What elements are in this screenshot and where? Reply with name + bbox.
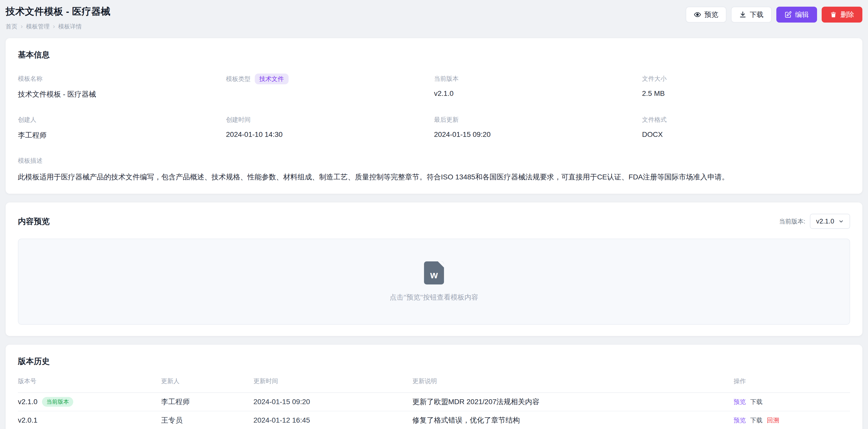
field-label: 模板类型 技术文件 (226, 74, 434, 84)
chevron-down-icon (838, 219, 844, 224)
update-time-cell: 2024-01-12 16:45 (253, 416, 412, 424)
download-action-link[interactable]: 下载 (750, 416, 763, 424)
version-history-title: 版本历史 (18, 356, 850, 367)
version-history-card: 版本历史 版本号 更新人 更新时间 更新说明 操作 v2.1.0 当前版本 李工… (6, 345, 862, 429)
field-label: 创建时间 (226, 115, 434, 125)
field-last-updated: 最后更新 2024-01-15 09:20 (434, 115, 642, 140)
preview-action-link[interactable]: 预览 (734, 398, 746, 406)
update-time-cell: 2024-01-15 09:20 (253, 398, 412, 406)
basic-info-title: 基本信息 (18, 50, 850, 60)
edit-button[interactable]: 编辑 (776, 7, 817, 23)
preview-action-link[interactable]: 预览 (734, 416, 746, 424)
download-action-link[interactable]: 下载 (750, 398, 763, 406)
version-number: v2.1.0 (18, 398, 37, 406)
basic-info-grid: 模板名称 技术文件模板 - 医疗器械 模板类型 技术文件 当前版本 v2.1.0… (18, 74, 850, 140)
update-note-cell: 更新了欧盟MDR 2021/207法规相关内容 (412, 397, 734, 407)
basic-info-card: 基本信息 模板名称 技术文件模板 - 医疗器械 模板类型 技术文件 当前版本 v… (6, 38, 862, 194)
version-number: v2.0.1 (18, 416, 37, 424)
breadcrumb-home[interactable]: 首页 (6, 23, 18, 30)
breadcrumb-separator: › (53, 23, 55, 30)
field-label: 最后更新 (434, 115, 642, 125)
content-preview-head: 内容预览 当前版本: v2.1.0 (18, 214, 850, 229)
version-history-header: 版本号 更新人 更新时间 更新说明 操作 (18, 369, 850, 393)
field-template-name: 模板名称 技术文件模板 - 医疗器械 (18, 74, 226, 99)
template-type-badge: 技术文件 (255, 74, 288, 84)
version-history-body: v2.1.0 当前版本 李工程师 2024-01-15 09:20 更新了欧盟M… (18, 393, 850, 429)
updater-cell: 李工程师 (161, 397, 253, 407)
version-select[interactable]: v2.1.0 (810, 214, 850, 229)
page-header: 技术文件模板 - 医疗器械 首页 › 模板管理 › 模板详情 预览 下载 编辑 (6, 4, 862, 30)
delete-button-label: 删除 (840, 10, 854, 19)
description-text: 此模板适用于医疗器械产品的技术文件编写，包含产品概述、技术规格、性能参数、材料组… (18, 171, 850, 182)
version-picker-label: 当前版本: (779, 217, 806, 226)
preview-placeholder-area: w 点击"预览"按钮查看模板内容 (18, 238, 850, 325)
preview-button[interactable]: 预览 (686, 7, 726, 23)
version-cell: v2.1.0 当前版本 (18, 397, 161, 407)
preview-button-label: 预览 (704, 10, 718, 19)
table-row: v2.1.0 当前版本 李工程师 2024-01-15 09:20 更新了欧盟M… (18, 393, 850, 411)
word-file-icon: w (424, 261, 444, 284)
field-label-text: 模板类型 (226, 75, 251, 83)
file-fold-corner (438, 261, 444, 267)
update-note-cell: 修复了格式错误，优化了章节结构 (412, 416, 734, 425)
field-file-format: 文件格式 DOCX (642, 115, 850, 140)
preview-placeholder-text: 点击"预览"按钮查看模板内容 (390, 293, 478, 302)
table-row: v2.0.1 王专员 2024-01-12 16:45 修复了格式错误，优化了章… (18, 411, 850, 429)
field-created-time: 创建时间 2024-01-10 14:30 (226, 115, 434, 140)
breadcrumb-separator: › (21, 23, 23, 30)
updater-cell: 王专员 (161, 416, 253, 425)
field-label: 创建人 (18, 115, 226, 125)
breadcrumb: 首页 › 模板管理 › 模板详情 (6, 23, 111, 30)
edit-button-label: 编辑 (795, 10, 809, 19)
content-preview-card: 内容预览 当前版本: v2.1.0 w 点击"预览"按钮查看模板内容 (6, 202, 862, 336)
download-button[interactable]: 下载 (731, 7, 772, 23)
version-history-table: 版本号 更新人 更新时间 更新说明 操作 v2.1.0 当前版本 李工程师 20… (18, 369, 850, 429)
field-value: DOCX (642, 131, 850, 139)
template-description: 模板描述 此模板适用于医疗器械产品的技术文件编写，包含产品概述、技术规格、性能参… (18, 155, 850, 182)
field-value: 2.5 MB (642, 89, 850, 98)
column-header-time: 更新时间 (253, 377, 412, 385)
column-header-actions: 操作 (734, 377, 850, 385)
word-file-icon-letter: w (430, 269, 438, 281)
field-label: 模板名称 (18, 74, 226, 84)
column-header-version: 版本号 (18, 377, 161, 385)
version-picker: 当前版本: v2.1.0 (779, 214, 850, 229)
field-value: 2024-01-15 09:20 (434, 131, 642, 139)
version-cell: v2.0.1 (18, 416, 161, 424)
field-label: 文件大小 (642, 74, 850, 84)
download-button-label: 下载 (750, 10, 764, 19)
breadcrumb-template-management[interactable]: 模板管理 (26, 23, 50, 30)
rollback-action-link[interactable]: 回溯 (767, 416, 779, 424)
field-value: 技术文件模板 - 医疗器械 (18, 89, 226, 99)
eye-icon (694, 11, 701, 18)
field-label: 文件格式 (642, 115, 850, 125)
column-header-updater: 更新人 (161, 377, 253, 385)
page-header-left: 技术文件模板 - 医疗器械 首页 › 模板管理 › 模板详情 (6, 4, 111, 30)
edit-icon (784, 11, 792, 18)
toolbar: 预览 下载 编辑 删除 (686, 7, 862, 23)
breadcrumb-template-detail: 模板详情 (58, 23, 82, 30)
page-title: 技术文件模板 - 医疗器械 (6, 5, 111, 18)
field-template-type: 模板类型 技术文件 (226, 74, 434, 99)
trash-icon (830, 11, 837, 18)
field-value: 李工程师 (18, 131, 226, 140)
field-creator: 创建人 李工程师 (18, 115, 226, 140)
field-current-version: 当前版本 v2.1.0 (434, 74, 642, 99)
column-header-note: 更新说明 (412, 377, 734, 385)
actions-cell: 预览下载 (734, 398, 850, 406)
current-version-badge: 当前版本 (42, 397, 73, 407)
version-select-value: v2.1.0 (816, 217, 834, 225)
content-preview-title: 内容预览 (18, 216, 50, 227)
field-value: 2024-01-10 14:30 (226, 131, 434, 139)
field-label: 当前版本 (434, 74, 642, 84)
download-icon (739, 11, 746, 18)
delete-button[interactable]: 删除 (822, 7, 862, 23)
field-value: v2.1.0 (434, 89, 642, 98)
description-label: 模板描述 (18, 155, 850, 166)
field-file-size: 文件大小 2.5 MB (642, 74, 850, 99)
actions-cell: 预览下载回溯 (734, 416, 850, 424)
